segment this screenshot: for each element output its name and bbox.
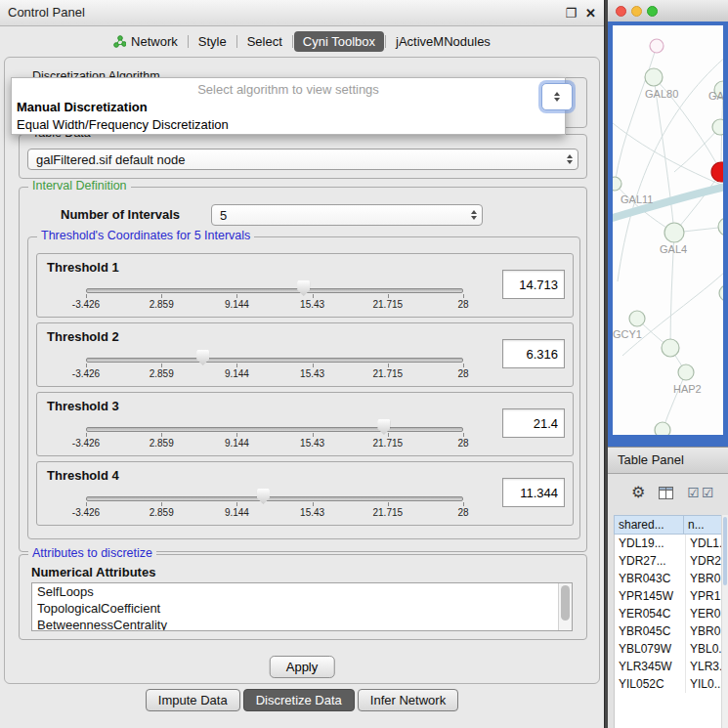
threshold-slider[interactable]	[86, 420, 463, 438]
network-edge	[654, 77, 674, 233]
table-row[interactable]: YBL079WYBL0...	[615, 640, 723, 658]
attribute-list-item[interactable]: TopologicalCoefficient	[32, 600, 572, 617]
list-scrollbar-thumb[interactable]	[561, 585, 570, 621]
columns-icon[interactable]	[659, 487, 673, 499]
attribute-list-item[interactable]: BetweennessCentrality	[32, 617, 572, 631]
table-row[interactable]: YBR045CYBR0...	[615, 622, 723, 640]
slider-track[interactable]	[86, 288, 463, 293]
apply-button[interactable]: Apply	[270, 656, 335, 678]
column-header-shared-name[interactable]: shared...	[614, 515, 684, 535]
network-node[interactable]	[711, 162, 723, 182]
number-of-intervals-combo[interactable]: 5	[211, 204, 483, 226]
table-row[interactable]: YIL052CYIL0...	[615, 675, 723, 693]
table-cell: YIL052C	[615, 675, 686, 693]
tab-style[interactable]: Style	[190, 31, 236, 52]
column-header-name[interactable]: n...	[684, 515, 722, 535]
network-node[interactable]	[645, 68, 663, 86]
slider-scale-label: 2.859	[150, 438, 174, 449]
tab-label: Cyni Toolbox	[303, 34, 375, 49]
threshold-panel-4: Threshold 4 -3.4262.8599.14415.4321.7152…	[36, 461, 574, 526]
close-traffic-button[interactable]	[616, 6, 626, 17]
threshold-panel-3: Threshold 3 -3.4262.8599.14415.4321.7152…	[36, 392, 574, 456]
slider-scale-label: 28	[457, 299, 468, 310]
slider-tick	[463, 294, 464, 298]
algorithm-option-manual[interactable]: Manual Discretization	[12, 99, 565, 116]
tab-jactivemnodules[interactable]: jActiveMNodules	[387, 31, 499, 52]
tab-impute-data[interactable]: Impute Data	[146, 689, 240, 711]
thresholds-group: Threshold's Coordinates for 5 Intervals …	[27, 236, 580, 539]
list-scrollbar[interactable]	[558, 583, 572, 630]
close-icon[interactable]: ✕	[585, 7, 596, 20]
tab-select[interactable]: Select	[238, 31, 291, 52]
minimize-traffic-button[interactable]	[631, 6, 642, 17]
network-node[interactable]	[613, 177, 621, 191]
table-scrollbar-thumb[interactable]	[723, 517, 727, 585]
threshold-value-field[interactable]	[502, 339, 565, 368]
network-node-label: GAL4	[660, 243, 687, 255]
threshold-value-field[interactable]	[502, 408, 565, 438]
slider-tick	[161, 502, 162, 506]
slider-scale-label: 21.715	[373, 438, 404, 449]
network-canvas[interactable]: GAL80GAGAL11GAL4GCY1HAP2	[613, 25, 723, 435]
slider-tick	[463, 433, 464, 437]
table-row[interactable]: YPR145WYPR1...	[615, 587, 723, 605]
slider-track[interactable]	[86, 427, 463, 432]
network-node[interactable]	[662, 339, 679, 357]
table-row[interactable]: YBR043CYBR0...	[615, 570, 723, 587]
network-node[interactable]	[712, 119, 723, 135]
attribute-list-item[interactable]: SelfLoops	[32, 583, 572, 600]
gear-icon[interactable]: ⚙	[631, 485, 645, 500]
threshold-value-field[interactable]	[502, 478, 565, 507]
network-node[interactable]	[655, 422, 670, 435]
table-row[interactable]: YDR27...YDR2...	[615, 552, 723, 570]
tab-separator	[385, 35, 386, 48]
table-rows: YDL19...YDL1...YDR27...YDR2...YBR043CYBR…	[614, 535, 724, 728]
slider-track[interactable]	[86, 358, 463, 363]
network-tab-icon	[113, 35, 126, 48]
algorithm-option-equal-width[interactable]: Equal Width/Frequency Discretization	[12, 116, 565, 134]
tab-infer-network[interactable]: Infer Network	[358, 689, 458, 711]
network-node[interactable]	[629, 311, 645, 326]
tab-label: Style	[198, 34, 227, 49]
table-toolbar: ⚙ ☑ ☑	[608, 480, 728, 505]
table-row[interactable]: YDL19...YDL1...	[615, 535, 723, 552]
algorithm-combo-stepper[interactable]	[541, 83, 573, 110]
table-row[interactable]: YLR345WYLR3...	[615, 658, 723, 675]
slider-track[interactable]	[86, 496, 463, 501]
network-edge	[663, 372, 686, 430]
select-all-icon[interactable]: ☑	[687, 485, 700, 500]
table-row[interactable]: YER054CYER0...	[615, 605, 723, 622]
network-node[interactable]	[719, 285, 723, 301]
table-scrollbar[interactable]	[721, 515, 728, 728]
threshold-value-field[interactable]	[502, 270, 565, 299]
attributes-group: Attributes to discretize Numerical Attri…	[19, 554, 587, 640]
zoom-traffic-button[interactable]	[647, 6, 658, 17]
network-view-window: GAL80GAGAL11GAL4GCY1HAP2	[608, 0, 728, 447]
network-node-label: GAL11	[621, 193, 653, 205]
threshold-label: Threshold 4	[47, 468, 119, 483]
threshold-slider[interactable]	[86, 281, 463, 299]
slider-tick	[86, 502, 87, 506]
tab-cyni-toolbox[interactable]: Cyni Toolbox	[294, 31, 384, 52]
threshold-slider[interactable]	[86, 490, 463, 507]
slider-tick	[236, 433, 237, 437]
slider-scale: -3.4262.8599.14415.4321.71528	[86, 299, 463, 311]
numerical-attributes-list[interactable]: SelfLoopsTopologicalCoefficientBetweenne…	[31, 582, 573, 631]
network-node[interactable]	[650, 39, 664, 53]
tab-discretize-data[interactable]: Discretize Data	[243, 689, 355, 711]
network-node-label: GA	[708, 90, 723, 102]
slider-scale-label: 2.859	[150, 507, 174, 518]
restore-icon[interactable]: ❐	[565, 7, 577, 20]
slider-scale-label: 28	[457, 368, 468, 379]
network-node[interactable]	[664, 223, 684, 242]
tab-network[interactable]: Network	[105, 31, 187, 52]
algorithm-placeholder: Select algorithm to view settings	[12, 78, 565, 99]
network-node[interactable]	[678, 364, 694, 380]
slider-scale: -3.4262.8599.14415.4321.71528	[86, 507, 463, 519]
network-edge	[615, 46, 657, 184]
select-none-icon[interactable]: ☑	[702, 485, 714, 500]
table-data-combo[interactable]: galFiltered.sif default node	[27, 149, 578, 170]
slider-tick	[236, 364, 237, 367]
network-node[interactable]	[718, 218, 723, 236]
threshold-slider[interactable]	[86, 351, 463, 368]
